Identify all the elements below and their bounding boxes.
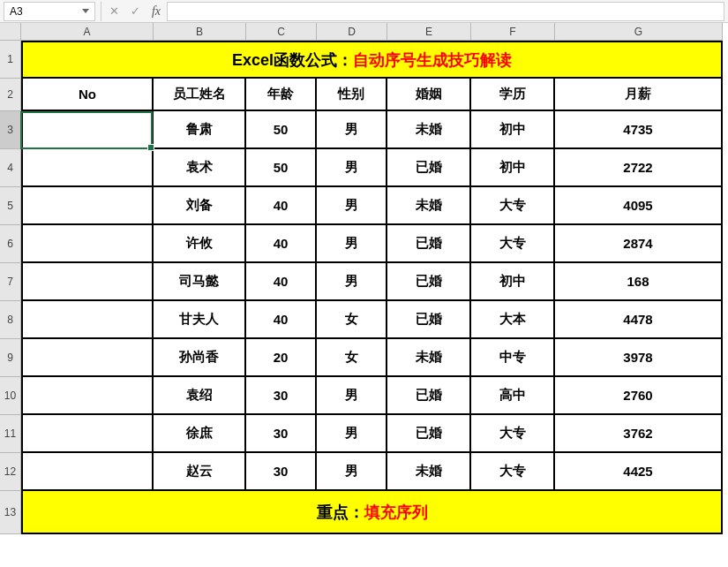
cell-name[interactable]: 赵云 [154,453,246,491]
cell-salary[interactable]: 4095 [555,187,723,225]
cell-edu[interactable]: 大专 [471,187,555,225]
cell-edu[interactable]: 大专 [471,453,555,491]
cell-age[interactable]: 40 [246,187,317,225]
cell-edu[interactable]: 大本 [471,301,555,339]
cell-marriage[interactable]: 未婚 [387,111,471,149]
cell-name[interactable]: 袁绍 [154,377,246,415]
row-head-13[interactable]: 13 [0,491,21,534]
dropdown-icon[interactable] [82,9,89,13]
cell-edu[interactable]: 高中 [471,377,555,415]
cell-marriage[interactable]: 已婚 [387,377,471,415]
select-all-corner[interactable] [0,23,21,41]
cell-age[interactable]: 30 [246,453,317,491]
cell-marriage[interactable]: 未婚 [387,453,471,491]
cell-name[interactable]: 许攸 [154,225,246,263]
cell-gender[interactable]: 女 [317,339,387,377]
cell-no[interactable] [21,149,154,187]
title-cell[interactable]: Excel函数公式：自动序号生成技巧解读 [21,41,723,79]
header-marriage[interactable]: 婚姻 [387,79,471,111]
cell-age[interactable]: 50 [246,149,317,187]
cell-edu[interactable]: 初中 [471,149,555,187]
col-head-F[interactable]: F [471,23,555,41]
row-head-6[interactable]: 6 [0,225,21,263]
row-head-8[interactable]: 8 [0,301,21,339]
header-age[interactable]: 年龄 [246,79,317,111]
cell-marriage[interactable]: 已婚 [387,263,471,301]
cell-age[interactable]: 40 [246,263,317,301]
cell-no[interactable] [21,263,154,301]
col-head-E[interactable]: E [387,23,471,41]
cell-salary[interactable]: 2722 [555,149,723,187]
cell-gender[interactable]: 男 [317,263,387,301]
col-head-A[interactable]: A [21,23,154,41]
cell-no[interactable] [21,301,154,339]
name-box[interactable]: A3 [4,2,95,21]
header-no[interactable]: No [21,79,154,111]
row-head-5[interactable]: 5 [0,187,21,225]
cell-name[interactable]: 袁术 [154,149,246,187]
cell-gender[interactable]: 男 [317,187,387,225]
cell-salary[interactable]: 4478 [555,301,723,339]
cell-marriage[interactable]: 未婚 [387,339,471,377]
col-head-G[interactable]: G [555,23,723,41]
header-name[interactable]: 员工姓名 [154,79,246,111]
header-edu[interactable]: 学历 [471,79,555,111]
cell-no[interactable] [21,339,154,377]
fx-icon[interactable]: fx [146,2,167,21]
cell-age[interactable]: 30 [246,415,317,453]
cell-no[interactable] [21,187,154,225]
cell-gender[interactable]: 男 [317,111,387,149]
cell-edu[interactable]: 中专 [471,339,555,377]
cell-edu[interactable]: 初中 [471,263,555,301]
row-head-2[interactable]: 2 [0,79,21,111]
cell-age[interactable]: 50 [246,111,317,149]
col-head-B[interactable]: B [154,23,246,41]
cell-name[interactable]: 孙尚香 [154,339,246,377]
row-head-1[interactable]: 1 [0,41,21,79]
cell-salary[interactable]: 2874 [555,225,723,263]
cell-salary[interactable]: 3978 [555,339,723,377]
row-head-9[interactable]: 9 [0,339,21,377]
row-head-12[interactable]: 12 [0,453,21,491]
cell-gender[interactable]: 男 [317,415,387,453]
cell-name[interactable]: 徐庶 [154,415,246,453]
cell-salary[interactable]: 4425 [555,453,723,491]
cell-no[interactable] [21,377,154,415]
cell-edu[interactable]: 初中 [471,111,555,149]
cell-no[interactable] [21,111,154,149]
cell-name[interactable]: 刘备 [154,187,246,225]
cancel-icon[interactable]: ✕ [103,2,124,21]
cell-gender[interactable]: 男 [317,377,387,415]
cell-salary[interactable]: 3762 [555,415,723,453]
col-head-C[interactable]: C [246,23,317,41]
cell-name[interactable]: 司马懿 [154,263,246,301]
cell-name[interactable]: 甘夫人 [154,301,246,339]
row-head-11[interactable]: 11 [0,415,21,453]
footer-cell[interactable]: 重点：填充序列 [21,491,723,534]
cell-gender[interactable]: 男 [317,225,387,263]
cell-gender[interactable]: 女 [317,301,387,339]
cell-salary[interactable]: 2760 [555,377,723,415]
cell-age[interactable]: 40 [246,301,317,339]
row-head-4[interactable]: 4 [0,149,21,187]
cell-salary[interactable]: 168 [555,263,723,301]
cell-marriage[interactable]: 已婚 [387,415,471,453]
row-head-7[interactable]: 7 [0,263,21,301]
cell-marriage[interactable]: 已婚 [387,225,471,263]
cell-marriage[interactable]: 已婚 [387,301,471,339]
cell-no[interactable] [21,415,154,453]
header-salary[interactable]: 月薪 [555,79,723,111]
cell-marriage[interactable]: 未婚 [387,187,471,225]
cell-no[interactable] [21,225,154,263]
cell-salary[interactable]: 4735 [555,111,723,149]
cell-edu[interactable]: 大专 [471,225,555,263]
confirm-icon[interactable]: ✓ [124,2,146,21]
cell-age[interactable]: 30 [246,377,317,415]
cell-no[interactable] [21,453,154,491]
cell-age[interactable]: 40 [246,225,317,263]
cell-gender[interactable]: 男 [317,453,387,491]
row-head-3[interactable]: 3 [0,111,21,149]
cell-name[interactable]: 鲁肃 [154,111,246,149]
formula-input[interactable] [167,2,724,21]
header-gender[interactable]: 性别 [317,79,387,111]
